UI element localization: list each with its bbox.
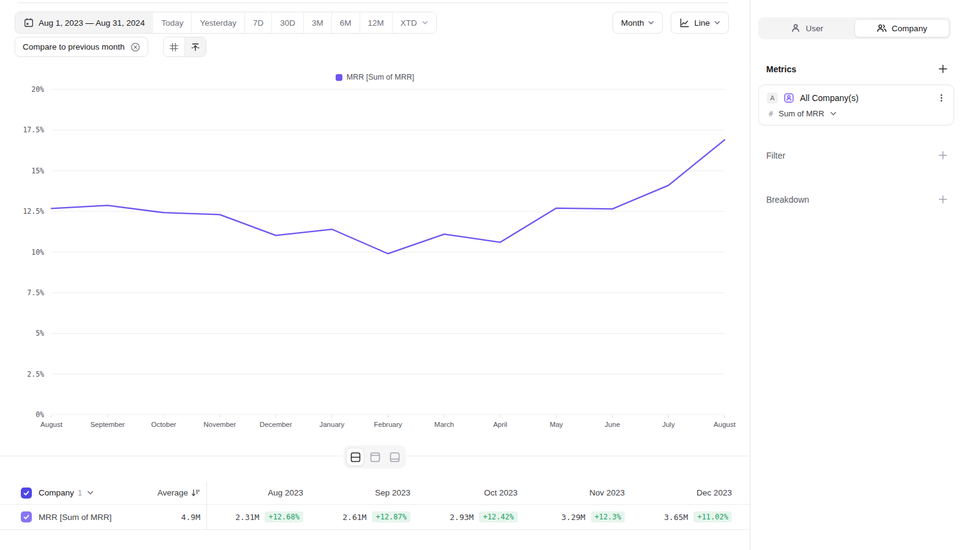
metric-selector[interactable]: # Sum of MRR — [767, 109, 946, 118]
compare-chip[interactable]: Compare to previous month — [15, 37, 148, 57]
granularity-button[interactable]: Month — [612, 12, 663, 34]
entity-column-label[interactable]: Company — [39, 488, 74, 497]
filter-title: Filter — [766, 151, 785, 160]
growth-badge: +11.02% — [693, 511, 732, 522]
metric-name: Sum of MRR — [778, 109, 824, 118]
chart-option-toggles — [163, 37, 206, 57]
breakdown-title: Breakdown — [766, 195, 809, 205]
metric-card[interactable]: A All Company(s) # Sum of MRR — [758, 85, 954, 126]
month-value-cell: 3.65M+11.02% — [636, 505, 743, 529]
chart-type-label: Line — [694, 18, 710, 28]
view-layout-toggle — [344, 445, 406, 469]
date-range-button[interactable]: Aug 1, 2023 — Aug 31, 2024 — [15, 12, 153, 33]
x-axis-tick-label: March — [434, 421, 454, 428]
company-badge-icon — [783, 92, 794, 104]
range-3m[interactable]: 3M — [303, 12, 331, 33]
y-axis-tick-label: 0% — [36, 410, 44, 419]
chevron-down-icon — [648, 20, 654, 26]
calendar-icon — [24, 18, 34, 28]
growth-badge: +12.68% — [265, 511, 303, 522]
toolbar-secondary: Compare to previous month — [15, 37, 206, 57]
chart-controls: Month Line — [612, 12, 729, 34]
mrr-value: 2.31M — [235, 513, 259, 522]
x-axis-tick-label: April — [493, 421, 507, 428]
chart-type-button[interactable]: Line — [671, 12, 729, 34]
breakdown-section-header: Breakdown — [766, 194, 948, 205]
tab-user[interactable]: User — [760, 19, 854, 37]
range-yesterday[interactable]: Yesterday — [191, 12, 244, 33]
legend-swatch — [336, 74, 342, 81]
month-header[interactable]: Nov 2023 — [529, 481, 636, 504]
quick-range-group: TodayYesterday7D30D3M6M12MXTD — [153, 12, 435, 33]
y-axis-tick-label: 15% — [31, 167, 44, 175]
add-filter-button[interactable] — [938, 150, 948, 160]
config-sidebar: User Company Metrics A — [750, 0, 980, 550]
range-xtd[interactable]: XTD — [392, 12, 436, 33]
range-today[interactable]: Today — [153, 12, 191, 33]
tab-user-label: User — [805, 24, 823, 33]
month-header[interactable]: Aug 2023 — [207, 481, 314, 504]
select-all-checkbox[interactable] — [21, 488, 32, 499]
month-column-headers: Aug 2023Sep 2023Oct 2023Nov 2023Dec 2023 — [206, 481, 750, 504]
mrr-value: 2.93M — [450, 513, 473, 522]
range-7d[interactable]: 7D — [244, 12, 271, 33]
metrics-title: Metrics — [766, 64, 796, 74]
month-header[interactable]: Sep 2023 — [314, 481, 421, 504]
add-metric-button[interactable] — [938, 64, 948, 74]
chevron-down-icon — [830, 110, 837, 117]
chart-line[interactable] — [51, 140, 725, 254]
x-axis-tick-label: August — [714, 421, 736, 428]
mrr-value: 2.61M — [342, 513, 366, 522]
line-chart-icon — [679, 18, 690, 28]
toolbar: Aug 1, 2023 — Aug 31, 2024 TodayYesterda… — [15, 12, 729, 34]
split-view-button[interactable] — [346, 448, 364, 466]
growth-badge: +12.3% — [591, 511, 625, 522]
close-circle-icon[interactable] — [130, 42, 140, 52]
y-axis-tick-label: 2.5% — [27, 370, 44, 379]
mrr-line-chart[interactable]: 0%2.5%5%7.5%10%12.5%15%17.5%20%AugustSep… — [0, 86, 750, 432]
range-12m[interactable]: 12M — [360, 12, 392, 33]
month-value-cell: 2.61M+12.87% — [314, 505, 421, 529]
month-value-cell: 2.93M+12.42% — [421, 505, 529, 529]
tab-company-label: Company — [892, 24, 927, 33]
table-header-row: Company 1 Average Aug 2023Sep 2023Oct 20… — [0, 481, 750, 505]
kebab-menu-icon[interactable] — [937, 93, 946, 103]
average-column-header[interactable]: Average — [145, 481, 206, 504]
y-axis-tick-label: 7.5% — [27, 288, 44, 297]
metric-table-row[interactable]: MRR [Sum of MRR] 4.9M 2.31M+12.68%2.61M+… — [0, 505, 750, 530]
table-only-view-button[interactable] — [385, 448, 404, 466]
metric-letter-badge: A — [767, 92, 778, 104]
month-header[interactable]: Dec 2023 — [636, 481, 743, 504]
add-breakdown-button[interactable] — [938, 194, 948, 205]
numeric-type-icon: # — [769, 110, 773, 118]
range-6m[interactable]: 6M — [331, 12, 360, 33]
month-header[interactable]: Oct 2023 — [421, 481, 529, 504]
mrr-value: 3.29M — [562, 513, 586, 522]
pull-up-toggle-button[interactable] — [184, 37, 206, 56]
average-label: Average — [157, 488, 188, 497]
grid-icon — [169, 42, 179, 52]
sort-icon[interactable] — [191, 488, 200, 497]
row-label: MRR [Sum of MRR] — [39, 513, 111, 522]
user-icon — [791, 23, 801, 33]
chart-legend: MRR [Sum of MRR] — [0, 73, 750, 81]
x-axis-tick-label: November — [203, 421, 236, 428]
grid-toggle-button[interactable] — [164, 37, 184, 56]
chart-only-view-button[interactable] — [366, 448, 384, 466]
y-axis-tick-label: 17.5% — [23, 126, 44, 134]
tab-company[interactable]: Company — [854, 19, 950, 37]
x-axis-tick-label: December — [260, 421, 292, 428]
x-axis-tick-label: January — [319, 421, 344, 428]
average-value: 4.9M — [181, 513, 200, 522]
row-checkbox[interactable] — [21, 511, 32, 522]
y-axis-tick-label: 20% — [31, 86, 44, 94]
x-axis-tick-label: August — [40, 421, 63, 428]
month-value-cell: 3.29M+12.3% — [529, 505, 636, 529]
range-30d[interactable]: 30D — [271, 12, 303, 33]
y-axis-tick-label: 10% — [31, 248, 44, 257]
month-value-cell: 2.31M+12.68% — [207, 505, 314, 529]
arrow-up-from-line-icon — [190, 42, 200, 52]
chevron-down-icon[interactable] — [87, 489, 94, 496]
compare-chip-label: Compare to previous month — [23, 42, 125, 51]
x-axis-tick-label: July — [662, 421, 675, 428]
